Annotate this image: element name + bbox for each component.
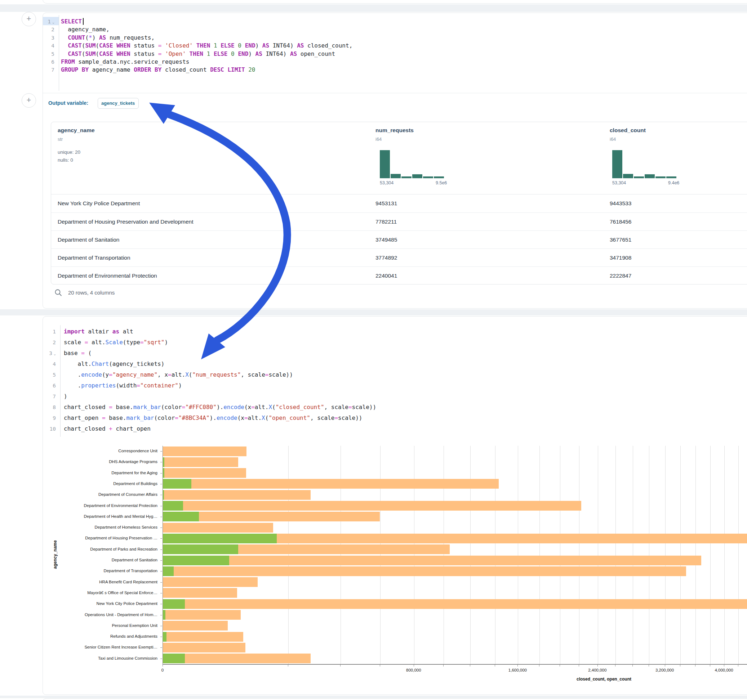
code-line: scale = alt.Scale(type="sqrt")	[64, 339, 168, 345]
bar-closed_count	[163, 468, 246, 478]
x-axis-tick	[539, 665, 540, 667]
bar-closed_count	[163, 643, 245, 652]
x-axis-tick	[665, 665, 665, 667]
table-cell: Department of Environmental Protection	[57, 267, 157, 285]
bar-closed_count	[163, 479, 499, 489]
table-row[interactable]: New York City Police Department945313194…	[51, 195, 747, 213]
gridline	[680, 446, 681, 664]
x-axis-tick	[680, 665, 680, 667]
table-cell: 3749485	[375, 231, 397, 249]
chart-plot-area	[163, 446, 747, 665]
x-axis-tick	[380, 665, 380, 667]
python-cell: 1import altair as alt2scale = alt.Scale(…	[42, 316, 747, 695]
fold-chevron-icon[interactable]: ⌄	[54, 352, 56, 356]
y-axis-label: Department for the Aging	[43, 471, 157, 475]
x-axis-tick	[615, 665, 615, 667]
table-cell: Department of Transportation	[57, 249, 130, 267]
line-number: 6	[43, 383, 56, 389]
y-axis-tick	[160, 571, 162, 572]
y-axis-label: Senior Citizen Rent Increase Exempti…	[43, 645, 157, 649]
x-axis-tick	[495, 665, 495, 667]
code-line: chart_closed = base.mark_bar(color="#FFC…	[64, 404, 376, 410]
table-cell: Department of Sanitation	[57, 231, 119, 249]
gridline	[414, 446, 414, 664]
fold-chevron-icon[interactable]: ⌄	[52, 20, 54, 24]
x-axis-tick-label: 3,200,000	[647, 668, 683, 672]
gridline	[710, 446, 711, 664]
y-axis-label: Refunds and Adjustments	[43, 634, 157, 638]
gridline	[470, 446, 470, 664]
y-axis-tick	[160, 637, 162, 637]
code-line: chart_closed + chart_open	[64, 425, 151, 432]
y-axis-tick	[160, 538, 162, 539]
add-cell-button-output[interactable]: +	[22, 93, 36, 108]
table-cell: 3677651	[610, 231, 631, 249]
x-axis-tick	[597, 665, 598, 667]
x-axis-tick	[695, 665, 696, 667]
line-number: 7	[43, 67, 54, 73]
table-row[interactable]: Department of Transportation377489234719…	[51, 249, 747, 267]
x-axis-tick-label: 2,400,000	[579, 668, 615, 672]
search-icon[interactable]	[54, 289, 62, 297]
column-meta: unique: 20	[57, 149, 80, 155]
y-axis-tick	[160, 473, 162, 474]
gridline	[540, 446, 540, 664]
table-cell: 2240041	[375, 267, 397, 285]
gridline	[380, 446, 381, 664]
line-number: 4	[43, 43, 54, 48]
add-cell-button-top[interactable]: +	[22, 12, 36, 26]
table-cell: 2222847	[610, 267, 631, 285]
code-line: .properties(width="container")	[64, 382, 182, 389]
histogram-max-label: 9.4e6	[668, 180, 679, 186]
gridline	[724, 446, 725, 664]
gridline	[615, 446, 616, 664]
bar-open_count	[163, 610, 165, 620]
line-number: 6	[43, 59, 54, 65]
output-variable-badge[interactable]: agency_tickets	[98, 98, 139, 109]
line-number: 9	[43, 415, 56, 421]
y-axis-tick	[160, 615, 162, 616]
cell-divider	[43, 93, 747, 93]
column-name[interactable]: agency_name	[57, 127, 95, 134]
histogram-min-label: 53,304	[380, 180, 393, 186]
y-axis-tick	[160, 462, 162, 462]
bar-closed_count	[163, 621, 228, 631]
column-name[interactable]: num_requests	[375, 127, 414, 134]
table-cell: New York City Police Department	[57, 195, 140, 213]
chart-x-axis-title: closed_count, open_count	[550, 677, 658, 682]
gridline	[738, 446, 739, 664]
x-axis-tick	[340, 665, 340, 667]
x-axis-tick	[649, 665, 649, 667]
table-header: agency_namestrunique: 20nulls: 0num_requ…	[51, 122, 747, 195]
y-axis-label: Department of Parks and Recreation	[43, 547, 157, 551]
line-number: 1	[43, 329, 56, 335]
bar-closed_count	[163, 653, 311, 663]
table-cell: Department of Housing Preservation and D…	[57, 213, 194, 231]
y-axis-tick	[160, 582, 162, 582]
bar-chart: Correspondence UnitDHS Advantage Program…	[43, 443, 747, 685]
previous-cell-edge	[42, 0, 747, 4]
bar-open_count	[163, 490, 164, 500]
code-line: agency_name,	[61, 26, 110, 33]
table-row[interactable]: Department of Sanitation37494853677651	[51, 231, 747, 249]
table-row[interactable]: Department of Housing Preservation and D…	[51, 213, 747, 231]
line-number: 3⌄	[43, 350, 56, 356]
python-editor[interactable]: 1import altair as alt2scale = alt.Scale(…	[43, 317, 747, 439]
code-line: alt.Chart(agency_tickets)	[64, 361, 164, 367]
table-row[interactable]: Department of Environmental Protection22…	[51, 267, 747, 285]
bar-open_count	[163, 501, 183, 511]
column-name[interactable]: closed_count	[610, 127, 646, 134]
y-axis-tick	[160, 484, 162, 484]
bar-open_count	[163, 556, 229, 565]
x-axis-tick	[414, 665, 414, 667]
sql-editor[interactable]: 1⌄SELECT2 agency_name,3 COUNT(*) AS num_…	[43, 13, 747, 93]
bar-closed_count	[163, 457, 238, 467]
gridline	[649, 446, 649, 664]
code-line: COUNT(*) AS num_requests,	[61, 34, 154, 41]
bar-closed_count	[163, 490, 311, 500]
gridline	[288, 446, 289, 664]
gap-band-bottom	[0, 695, 747, 698]
line-number: 4	[43, 361, 56, 367]
output-variable-label: Output variable:	[48, 100, 88, 106]
y-axis-label: Department of Buildings	[43, 481, 157, 486]
